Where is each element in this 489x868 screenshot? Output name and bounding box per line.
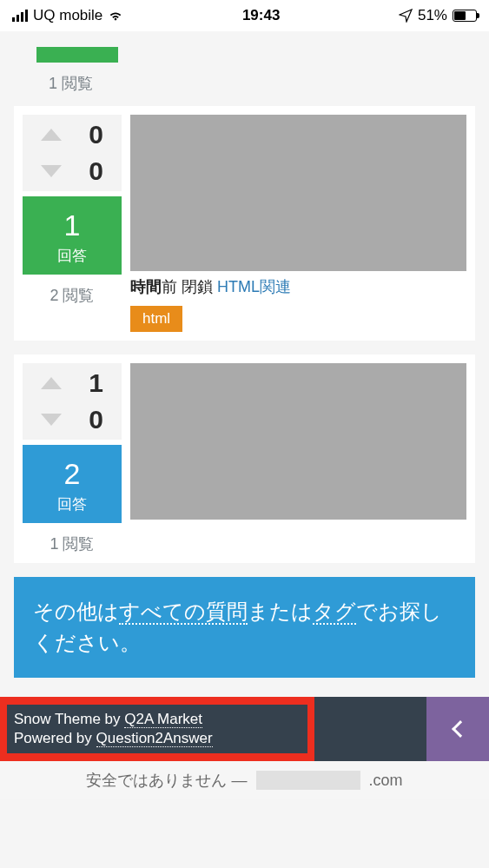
domain-redacted [256, 771, 360, 790]
vote-box: 0 0 [23, 115, 122, 191]
answer-badge[interactable]: 1 回答 [23, 196, 122, 275]
footer-bar: Snow Theme by Q2A Market Powered by Ques… [0, 697, 489, 761]
status-time: 19:43 [242, 7, 280, 24]
answer-count: 2 [23, 457, 122, 491]
vote-column: 0 0 1 回答 2 閲覧 [23, 115, 122, 332]
question-main [130, 363, 466, 554]
question-title-placeholder[interactable] [130, 115, 466, 271]
meta-ago: 前 [162, 278, 177, 295]
signal-icon [12, 10, 28, 22]
downvote-icon[interactable] [41, 414, 62, 426]
upvote-count: 1 [77, 368, 103, 398]
answer-badge[interactable]: 2 回答 [23, 445, 122, 523]
banner-pre: その他は [33, 600, 119, 623]
views-text: 2 閲覧 [23, 285, 122, 306]
meta-closed: 閉鎖 [182, 278, 213, 295]
domain-suffix: .com [369, 772, 403, 790]
downvote-count: 0 [77, 156, 103, 186]
banner-mid: または [248, 600, 313, 623]
upvote-count: 0 [77, 120, 103, 149]
browser-address-bar[interactable]: 安全ではありません — .com [0, 761, 489, 799]
footer-spacer [314, 697, 426, 761]
vote-box: 1 0 [23, 363, 122, 440]
question-list: 1 閲覧 0 0 1 回答 2 閲覧 時間前 [0, 47, 489, 799]
upvote-icon[interactable] [41, 377, 62, 389]
tag-html[interactable]: html [130, 306, 182, 332]
status-left: UQ mobile [12, 7, 123, 24]
answer-label: 回答 [23, 494, 122, 514]
powered-text: Powered by [14, 730, 96, 746]
tags-link[interactable]: タグ [313, 600, 356, 625]
carrier-label: UQ mobile [33, 7, 102, 24]
more-questions-banner: その他はすべての質問またはタグでお探しください。 [14, 577, 475, 678]
all-questions-link[interactable]: すべての質問 [119, 600, 248, 625]
location-icon [399, 9, 413, 23]
meta-category-link[interactable]: HTML関連 [217, 278, 291, 295]
status-right: 51% [399, 7, 477, 24]
theme-link[interactable]: Q2A Market [124, 711, 202, 728]
question-main: 時間前 閉鎖 HTML関連 html [130, 115, 466, 332]
back-to-top-button[interactable] [426, 697, 489, 761]
meta-time-bold: 時間 [130, 278, 162, 295]
wifi-icon [108, 10, 123, 22]
battery-percent: 51% [418, 7, 447, 24]
question-card[interactable]: 1 0 2 回答 1 閲覧 [14, 354, 475, 563]
powered-link[interactable]: Question2Answer [96, 730, 213, 747]
answer-label: 回答 [23, 246, 122, 266]
question-title-placeholder[interactable] [130, 363, 466, 520]
upvote-icon[interactable] [41, 129, 62, 141]
downvote-count: 0 [77, 405, 103, 434]
answer-badge-partial [36, 47, 118, 63]
battery-icon [453, 10, 477, 22]
views-text: 1 閲覧 [49, 73, 489, 94]
downvote-icon[interactable] [41, 165, 62, 177]
answer-count: 1 [23, 209, 122, 242]
chevron-left-icon [452, 720, 469, 738]
question-meta: 時間前 閉鎖 HTML関連 [130, 276, 466, 297]
insecure-label: 安全ではありません — [86, 770, 247, 791]
views-text: 1 閲覧 [23, 533, 122, 554]
status-bar: UQ mobile 19:43 51% [0, 0, 489, 31]
footer-credits: Snow Theme by Q2A Market Powered by Ques… [7, 705, 307, 753]
theme-text: Snow Theme by [14, 711, 124, 727]
question-card[interactable]: 0 0 1 回答 2 閲覧 時間前 閉鎖 HTML関連 html [14, 106, 475, 341]
vote-column: 1 0 2 回答 1 閲覧 [23, 363, 122, 554]
footer-highlight: Snow Theme by Q2A Market Powered by Ques… [0, 697, 314, 761]
